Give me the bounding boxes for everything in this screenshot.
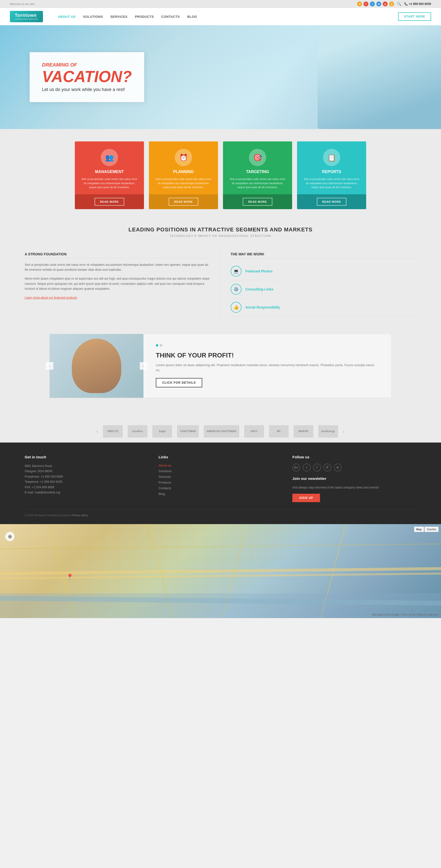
search-icon[interactable]: 🔍 [397, 2, 401, 6]
planning-title: PLANNING [173, 169, 194, 174]
footer-facebook-icon[interactable]: f [313, 464, 321, 471]
partner-eagle: Eagle [152, 425, 172, 438]
hero-line2: VACATION? [42, 69, 132, 85]
footer-link-blog[interactable]: Blog [159, 492, 282, 496]
nav-contacts[interactable]: CONTACTS [161, 15, 180, 19]
social-icon-5[interactable]: p [383, 1, 388, 6]
consulting-label: Consulting Links [245, 287, 274, 291]
service-planning: ⏰ PLANNING Sed ut perspiciatis unde omni… [149, 142, 218, 209]
nav-services[interactable]: SERVICES [110, 15, 128, 19]
service-planning-top: ⏰ PLANNING Sed ut perspiciatis unde omni… [149, 142, 218, 194]
social-icon-3[interactable]: t [370, 1, 375, 6]
signup-button[interactable]: SIGN UP [292, 494, 320, 502]
nav-blog[interactable]: BLOG [187, 15, 197, 19]
photos-icon: 💻 [231, 266, 241, 277]
map-compass[interactable]: ⊕ [5, 531, 15, 541]
partners-next[interactable]: › [343, 428, 345, 434]
map-type-buttons: Map Satellite [414, 527, 439, 532]
welcome-text: Welcome to our site! [10, 2, 35, 5]
hero-content: DREAMING OF VACATION? Let us do your wor… [30, 52, 144, 102]
hero-image [317, 25, 441, 129]
svg-line-0 [0, 568, 441, 574]
footer-linkedin-icon[interactable]: in [334, 464, 342, 471]
management-bottom: READ MORE [75, 194, 144, 209]
map-type-map[interactable]: Map [414, 527, 424, 532]
prev-arrow[interactable]: ‹ [46, 362, 53, 370]
footer-address: 8901 Marmora Road Glasgow, DO4 89GR Free… [25, 464, 149, 496]
dot-active[interactable] [156, 344, 158, 347]
footer-link-solutions[interactable]: Solutions [159, 469, 282, 473]
planning-read-more[interactable]: READ MORE [169, 198, 198, 206]
consulting-icon: ⚙️ [231, 284, 241, 295]
service-management-top: 👥 MANAGEMENT Sed ut perspiciatis unde om… [75, 142, 144, 194]
footer-twitter-icon[interactable]: t [303, 464, 311, 471]
partner-somenergy: SomEnergy [318, 425, 338, 438]
svg-line-6 [0, 544, 441, 549]
next-arrow[interactable]: › [140, 362, 147, 370]
left-col-title: A STRONG FOUNDATION [25, 252, 211, 258]
partners-prev[interactable]: ‹ [97, 428, 98, 434]
social-icon-6[interactable]: g [389, 1, 394, 6]
partner-birdco: BIRD CO [103, 425, 123, 438]
nav-products[interactable]: PRODUCTS [135, 15, 154, 19]
click-details-button[interactable]: CLICK FOR DETAILS [156, 378, 202, 388]
sub-copyright: Consulting Services. [46, 514, 71, 517]
footer-links-title: Links [159, 455, 282, 459]
nav-about[interactable]: ABOUT US [58, 15, 75, 19]
logo[interactable]: Torntown CONSULTING SERVICES [10, 11, 43, 22]
map-type-satellite[interactable]: Satellite [425, 527, 439, 532]
map-credit: Map data ©2014 Google | Terms of Use | R… [372, 613, 439, 616]
targeting-read-more[interactable]: READ MORE [243, 198, 272, 206]
management-read-more[interactable]: READ MORE [95, 198, 124, 206]
testimonial-wrapper: ‹ › THINK OF YOUR PROFIT! Lorem ipsum do… [0, 334, 441, 420]
mid-heading: LEADING POSITIONS IN ATTRACTIVE SEGMENTS… [25, 226, 416, 233]
footer-grid: Get in touch 8901 Marmora Road Glasgow, … [25, 455, 416, 502]
reports-read-more[interactable]: READ MORE [317, 198, 346, 206]
top-bar: Welcome to our site! ★ f t in p g 🔍 📞 +1… [0, 0, 441, 8]
service-reports-top: 📋 REPORTS Sed ut perspiciatis unde omnis… [297, 142, 366, 194]
footer-newsletter-title: Join our newsletter [292, 476, 416, 480]
service-targeting-top: 🎯 TARGETING Sed ut perspiciatis unde omn… [223, 142, 292, 194]
feature-social[interactable]: 👍 Social Responsibility [231, 299, 416, 316]
footer-link-about[interactable]: About us [159, 464, 282, 467]
hero-line1: DREAMING OF [42, 62, 132, 68]
logo-sub: CONSULTING SERVICES [15, 18, 38, 20]
top-bar-right: ★ f t in p g 🔍 📞 +1 959 603 6035 [357, 1, 431, 6]
left-column: A STRONG FOUNDATION Sed ut perspiciatis … [25, 247, 211, 321]
reports-title: REPORTS [322, 169, 341, 174]
management-icon: 👥 [101, 149, 118, 166]
dot-inactive[interactable] [160, 344, 162, 347]
social-label: Social Responsibility [245, 305, 280, 309]
partners-section: ‹ BIRD CO DuraFlex Eagle CRAFTSMAN AMERI… [0, 420, 441, 442]
footer-bottom: © 2014 Torntown Consulting Services. Pri… [25, 509, 416, 517]
nav-solutions[interactable]: SOLUTIONS [83, 15, 103, 19]
reports-icon: 📋 [323, 149, 340, 166]
footer-link-products[interactable]: Products [159, 480, 282, 484]
social-icon-2[interactable]: f [364, 1, 368, 6]
partner-duraflex: DuraFlex [128, 425, 147, 438]
footer-pinterest-icon[interactable]: P [324, 464, 331, 471]
copyright: © 2014 Torntown [25, 514, 45, 517]
management-title: MANAGEMENT [95, 169, 124, 174]
feature-consulting[interactable]: ⚙️ Consulting Links [231, 280, 416, 299]
footer-link-services[interactable]: Services [159, 475, 282, 478]
footer-link-contacts[interactable]: Contacts [159, 486, 282, 490]
logo-name: Torntown [15, 13, 37, 18]
service-targeting: 🎯 TARGETING Sed ut perspiciatis unde omn… [223, 142, 292, 209]
carousel-dots [156, 344, 379, 347]
social-icon-1[interactable]: ★ [357, 1, 362, 6]
social-icon: 👍 [231, 302, 241, 313]
targeting-text: Sed ut perspiciatis unde omnis iste natu… [228, 177, 287, 189]
learn-more-link[interactable]: Learn more about our featured products [25, 296, 77, 300]
start-here-button[interactable]: START HERE [398, 12, 431, 21]
right-col-title: THE WAY WE WORK [231, 252, 416, 258]
privacy-policy-link[interactable]: Privacy policy [72, 514, 88, 517]
header: Torntown CONSULTING SERVICES ABOUT US SO… [0, 8, 441, 25]
social-icon-4[interactable]: in [376, 1, 381, 6]
feature-photos[interactable]: 💻 Featured Photos [231, 262, 416, 280]
targeting-title: TARGETING [246, 169, 269, 174]
footer-google-icon[interactable]: G+ [292, 464, 300, 471]
partner-craftsman: CRAFTSMAN [177, 425, 199, 438]
reports-text: Sed ut perspiciatis unde omnis iste natu… [302, 177, 361, 189]
left-text-1: Sed ut perspiciatis unde omnis iste natu… [25, 262, 211, 273]
